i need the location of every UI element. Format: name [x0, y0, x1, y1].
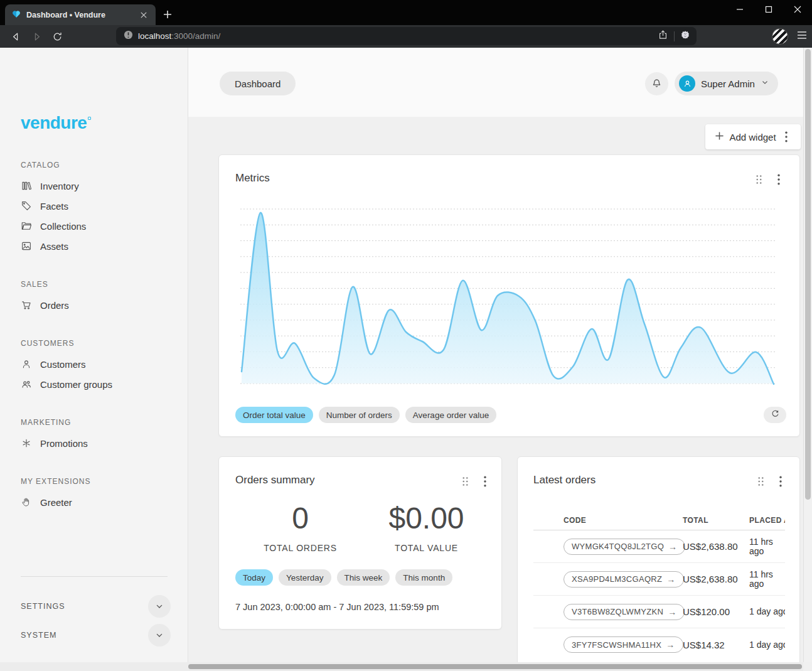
arrow-right-icon: → — [668, 542, 677, 552]
drag-handle-icon[interactable] — [460, 475, 470, 488]
range-chip-this-week[interactable]: This week — [337, 569, 390, 586]
latest-orders-title: Latest orders — [533, 474, 596, 486]
order-code-link[interactable]: V3T6BW8ZQLWMYZKN→ — [564, 604, 685, 620]
order-code-link[interactable]: XSA9PD4LM3CGAQRZ→ — [564, 571, 684, 588]
table-header-row: CODETOTALPLACED AT — [533, 510, 785, 530]
sidebar: vendure CATALOGInventoryFacetsCollection… — [0, 48, 188, 662]
add-widget-button[interactable]: Add widget — [705, 124, 801, 149]
order-placed-at: 1 day ago — [749, 640, 785, 650]
browser-tab-bar: Dashboard • Vendure — [0, 0, 812, 25]
horizontal-scrollbar[interactable] — [0, 662, 803, 671]
order-row: WYMGK4TQQ8JL2TGQ→US$2,638.8011 hrs ago — [533, 530, 785, 563]
image-icon — [21, 240, 32, 252]
order-code: XSA9PD4LM3CGAQRZ — [572, 574, 662, 584]
share-icon[interactable] — [658, 30, 668, 43]
collapsed-section-label: SYSTEM — [21, 631, 56, 640]
vertical-scrollbar-thumb[interactable] — [805, 49, 811, 500]
latest-orders-menu-icon[interactable] — [776, 475, 786, 488]
order-code: 3FY7FSCWSHMA11HX — [572, 640, 661, 650]
horizontal-scrollbar-thumb[interactable] — [188, 664, 802, 669]
sidebar-item-greeter[interactable]: Greeter — [0, 492, 188, 512]
sidebar-item-label: Customer groups — [40, 379, 112, 390]
sidebar-item-collections[interactable]: Collections — [0, 216, 188, 236]
users-icon — [21, 378, 32, 390]
total-value-value: $0.00 — [366, 501, 487, 535]
orders-summary-menu-icon[interactable] — [480, 475, 490, 488]
new-tab-button[interactable] — [161, 8, 174, 21]
metric-chip-number-of-orders[interactable]: Number of orders — [319, 407, 400, 423]
collapsed-section-label: SETTINGS — [21, 602, 65, 611]
order-total: US$2,638.80 — [683, 574, 749, 584]
tab-close-icon[interactable] — [138, 9, 149, 21]
range-chip-this-month[interactable]: This month — [395, 569, 452, 586]
metrics-area-chart — [240, 207, 776, 388]
expand-section-button[interactable] — [148, 595, 171, 618]
sidebar-item-promotions[interactable]: Promotions — [0, 433, 188, 453]
vendure-logo[interactable]: vendure — [21, 113, 91, 133]
order-code-link[interactable]: 3FY7FSCWSHMA11HX→ — [564, 636, 683, 653]
order-placed-at: 11 hrs ago — [749, 537, 785, 556]
reload-button[interactable] — [48, 28, 67, 45]
metrics-widget: Metrics Order total valueNumber of order… — [218, 154, 800, 437]
site-info-icon[interactable] — [124, 30, 133, 42]
sidebar-item-inventory[interactable]: Inventory — [0, 176, 188, 196]
metric-chip-order-total-value[interactable]: Order total value — [235, 407, 313, 423]
sidebar-item-label: Promotions — [40, 438, 88, 449]
browser-profile-avatar[interactable] — [772, 28, 788, 45]
sidebar-section-sales: SALESOrders — [0, 275, 188, 315]
orders-summary-widget: Orders summary 0 TOTAL ORDERS $0.00 TOTA… — [218, 456, 502, 630]
window-close-button[interactable] — [783, 0, 812, 19]
expand-section-button[interactable] — [148, 624, 171, 647]
latest-orders-table: CODETOTALPLACED ATWYMGK4TQQ8JL2TGQ→US$2,… — [533, 510, 785, 661]
url-bar[interactable]: localhost:3000/admin/ — [116, 27, 697, 45]
sidebar-item-customer-groups[interactable]: Customer groups — [0, 374, 188, 394]
plus-icon — [715, 131, 724, 142]
add-widget-menu-icon[interactable] — [781, 131, 791, 143]
brave-shields-icon[interactable] — [680, 30, 690, 43]
notifications-button[interactable] — [645, 72, 668, 95]
sidebar-section-catalog: CATALOGInventoryFacetsCollectionsAssets — [0, 156, 188, 256]
tag-icon — [21, 200, 32, 212]
page-header: Dashboard Super Admin — [188, 48, 803, 117]
asterisk-icon — [21, 437, 32, 449]
sidebar-item-facets[interactable]: Facets — [0, 196, 188, 216]
order-total: US$120.00 — [683, 606, 749, 617]
breadcrumb[interactable]: Dashboard — [220, 72, 296, 95]
order-row: 3FY7FSCWSHMA11HX→US$14.321 day ago — [533, 628, 785, 661]
user-menu[interactable]: Super Admin — [675, 72, 778, 95]
sidebar-section-system[interactable]: SYSTEM — [0, 624, 188, 647]
window-minimize-button[interactable] — [725, 0, 754, 19]
url-path: :3000/admin/ — [171, 31, 220, 41]
metric-chip-average-order-value[interactable]: Average order value — [405, 407, 496, 423]
sidebar-section-heading: CUSTOMERS — [0, 334, 188, 354]
forward-button[interactable] — [27, 28, 46, 45]
orders-summary-title: Orders summary — [235, 474, 315, 486]
toolbar-separator — [674, 31, 675, 41]
logo-mark — [88, 117, 91, 120]
sidebar-section-marketing: MARKETINGPromotions — [0, 413, 188, 453]
sidebar-section-heading: MARKETING — [0, 413, 188, 433]
total-orders-value: 0 — [235, 501, 366, 535]
latest-orders-widget: Latest orders CODETOTALPLACED ATWYMGK4TQ… — [517, 456, 800, 662]
vertical-scrollbar[interactable] — [803, 48, 812, 662]
sidebar-item-orders[interactable]: Orders — [0, 295, 188, 315]
order-code-link[interactable]: WYMGK4TQQ8JL2TGQ→ — [564, 539, 685, 555]
sidebar-item-assets[interactable]: Assets — [0, 236, 188, 256]
user-name: Super Admin — [701, 78, 755, 89]
sidebar-section-settings[interactable]: SETTINGS — [0, 595, 188, 618]
range-chip-today[interactable]: Today — [235, 569, 273, 586]
drag-handle-icon[interactable] — [756, 475, 766, 488]
user-avatar — [679, 75, 695, 92]
sidebar-item-customers[interactable]: Customers — [0, 354, 188, 374]
back-button[interactable] — [6, 28, 25, 45]
arrow-right-icon: → — [666, 640, 675, 650]
refresh-button[interactable] — [764, 407, 786, 423]
window-maximize-button[interactable] — [754, 0, 783, 19]
order-row: V3T6BW8ZQLWMYZKN→US$120.001 day ago — [533, 596, 785, 628]
range-chip-yesterday[interactable]: Yesterday — [279, 569, 331, 586]
window-controls — [725, 0, 812, 19]
metrics-menu-icon[interactable] — [774, 173, 784, 186]
browser-tab[interactable]: Dashboard • Vendure — [5, 4, 156, 25]
drag-handle-icon[interactable] — [754, 173, 764, 186]
browser-menu-icon[interactable] — [797, 31, 807, 42]
